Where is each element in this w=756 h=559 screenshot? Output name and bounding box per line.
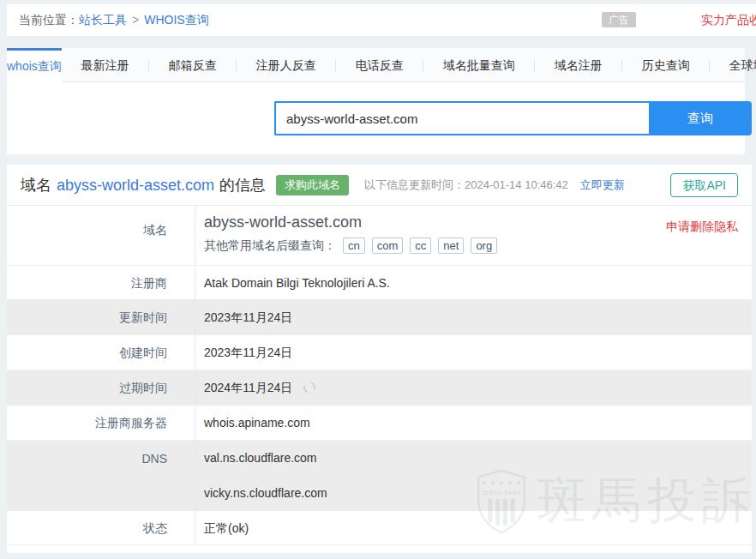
table-row-domain: 域名 abyss-world-asset.com 其他常用域名后缀查询： cn … — [7, 206, 752, 266]
promo-link[interactable]: 实力产品收量 — [701, 13, 756, 28]
delete-privacy-link[interactable]: 申请删除隐私 — [666, 219, 738, 235]
row-label: 创建时间 — [7, 335, 195, 370]
suffix-tag-com[interactable]: com — [372, 237, 404, 254]
row-label: 过期时间 — [7, 370, 195, 406]
whois-result-card: 域名abyss-world-asset.com的信息 求购此域名 以下信息更新时… — [7, 165, 752, 553]
tab-history-query[interactable]: 历史查询 — [622, 48, 710, 81]
suffix-tag-cc[interactable]: cc — [410, 237, 431, 254]
row-label: 状态 — [7, 511, 195, 544]
row-value: whois.apiname.com — [195, 406, 752, 440]
result-header: 域名abyss-world-asset.com的信息 求购此域名 以下信息更新时… — [7, 165, 752, 206]
tab-email-reverse[interactable]: 邮箱反查 — [149, 48, 237, 81]
update-time-note: 以下信息更新时间：2024-01-14 10:46:42 — [364, 177, 568, 193]
suffix-tag-org[interactable]: org — [471, 237, 497, 254]
table-row-updated: 更新时间 2023年11月24日 — [7, 300, 752, 335]
breadcrumb-link-current[interactable]: WHOIS查询 — [144, 13, 208, 27]
top-bar: 当前位置：站长工具>WHOIS查询 广告 实力产品收量 — [7, 4, 756, 36]
search-card: whois查询 最新注册 邮箱反查 注册人反查 电话反查 域名批量查询 域名注册… — [7, 48, 745, 154]
result-title: 域名abyss-world-asset.com的信息 — [21, 175, 266, 195]
tab-batch-query[interactable]: 域名批量查询 — [423, 48, 535, 81]
row-value: Atak Domain Bilgi Teknolojileri A.S. — [195, 266, 752, 299]
domain-search-input[interactable] — [274, 101, 649, 135]
table-row-created: 创建时间 2023年11月24日 — [7, 335, 752, 370]
ad-badge: 广告 — [602, 12, 636, 27]
breadcrumb: 当前位置：站长工具>WHOIS查询 — [19, 4, 209, 36]
row-value: abyss-world-asset.com 其他常用域名后缀查询： cn com… — [195, 206, 752, 265]
suffix-tag-cn[interactable]: cn — [343, 237, 365, 254]
row-label: 更新时间 — [7, 300, 195, 335]
tab-registrant-reverse[interactable]: 注册人反查 — [237, 48, 336, 81]
table-row-registrar: 注册商 Atak Domain Bilgi Teknolojileri A.S. — [7, 266, 752, 300]
buy-domain-button[interactable]: 求购此域名 — [276, 175, 349, 195]
refresh-now-link[interactable]: 立即更新 — [580, 177, 625, 193]
row-value: 2023年11月24日 — [195, 335, 752, 370]
suffix-tag-net[interactable]: net — [438, 237, 464, 254]
dns-server-1: val.ns.cloudflare.com — [204, 441, 752, 476]
table-row-dns: DNS val.ns.cloudflare.com vicky.ns.cloud… — [7, 441, 752, 511]
tab-domain-register[interactable]: 域名注册 — [535, 48, 622, 81]
row-label: 注册商服务器 — [7, 406, 195, 440]
row-value: 2024年11月24日 — [195, 370, 752, 406]
breadcrumb-label: 当前位置： — [19, 13, 79, 27]
dns-server-2: vicky.ns.cloudflare.com — [204, 476, 752, 511]
suffix-query-line: 其他常用域名后缀查询： cn com cc net org — [204, 237, 752, 254]
table-row-whois-server: 注册商服务器 whois.apiname.com — [7, 406, 752, 441]
row-value: val.ns.cloudflare.com vicky.ns.cloudflar… — [195, 441, 752, 511]
breadcrumb-link-home[interactable]: 站长工具 — [79, 13, 127, 27]
row-label: DNS — [7, 441, 195, 511]
refresh-expiry-icon[interactable] — [303, 381, 316, 394]
tab-whois-query[interactable]: whois查询 — [7, 48, 62, 83]
query-button[interactable]: 查询 — [649, 101, 752, 135]
table-row-status: 状态 正常(ok) — [7, 511, 752, 545]
row-label: 域名 — [7, 206, 195, 265]
get-api-button[interactable]: 获取API — [670, 173, 738, 197]
tab-global-suffix[interactable]: 全球域名后缀 — [710, 48, 756, 81]
result-title-domain: abyss-world-asset.com — [57, 177, 214, 194]
table-row-expires: 过期时间 2024年11月24日 — [7, 370, 752, 406]
tab-phone-reverse[interactable]: 电话反查 — [336, 48, 423, 81]
row-value: 2023年11月24日 — [195, 300, 752, 335]
tab-newly-registered[interactable]: 最新注册 — [62, 48, 149, 81]
breadcrumb-separator: > — [132, 13, 139, 27]
tab-bar: whois查询 最新注册 邮箱反查 注册人反查 电话反查 域名批量查询 域名注册… — [7, 48, 745, 82]
whois-page: 当前位置：站长工具>WHOIS查询 广告 实力产品收量 whois查询 最新注册… — [0, 0, 756, 559]
row-label: 注册商 — [7, 266, 195, 299]
row-value: 正常(ok) — [195, 511, 752, 544]
suffix-query-label: 其他常用域名后缀查询： — [204, 238, 336, 254]
